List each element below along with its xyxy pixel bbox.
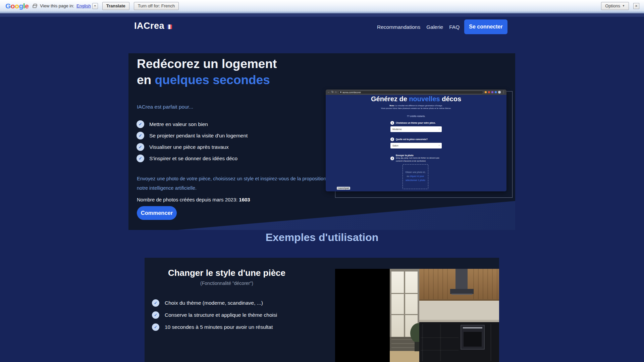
start-button[interactable]: Commencer [137,206,177,220]
list-item: ✓ S'inspirer et se donner des idées déco [137,155,248,162]
examples-section-title: Exemples d'utilisation [0,231,644,244]
browser-toolbar: ← ↻ ⌂ iacrea.com/decorer ⋮ [326,89,506,95]
screenshot-note: Note: Le résultat est différent à chaque… [326,104,506,110]
list-item: ✓ Mettre en valeur son bien [137,120,248,128]
check-icon: ✓ [152,311,159,319]
screenshot-title: Générez de nouvelles décos [326,95,506,103]
refresh-icon: ↻ [331,91,334,94]
chevron-down-icon: ▼ [94,5,96,7]
launchpad-badge: Launchpad [337,187,350,190]
lock-icon [340,92,341,93]
address-bar: iacrea.com/decorer [338,90,483,94]
site-logo[interactable]: IACrea [134,21,164,31]
extension-icon [485,91,487,93]
credits-remaining: 77 crédits restants. [326,115,506,117]
step-3: 3 Envoyer la photo (png, jpg, jpeg. Les … [390,154,442,162]
home-icon: ⌂ [335,91,337,94]
list-item: ✓ 10 secondes à 5 minutes pour avoir un … [152,323,277,331]
room-select: Salon ^ [390,143,442,148]
step-number-badge: 3 [390,157,394,160]
check-icon: ✓ [137,132,144,139]
main-nav: Recommandations Galerie FAQ [377,24,460,30]
hero-section: Redécorez un logement en quelques second… [128,53,515,230]
extension-icon [491,91,493,93]
caret-icon: ^ [439,144,440,147]
hero-title: Redécorez un logement en quelques second… [137,56,277,88]
list-item: ✓ Visualiser une pièce après travaux [137,143,248,151]
avatar [498,91,501,94]
lock-icon [33,5,37,8]
menu-dots-icon: ⋮ [502,91,505,94]
hero-title-highlight: quelques secondes [155,73,270,87]
google-translate-bar: Google View this page in: English ▼ Tran… [0,0,644,13]
french-flag-icon [167,24,172,29]
screenshot-page: Générez de nouvelles décos Note: Le résu… [326,95,506,191]
photo-counter-value: 1603 [239,197,250,202]
kitchen-photo [335,269,499,362]
google-logo: Google [5,2,29,10]
example-card-title: Changer le style d'une pièce [145,268,309,278]
close-icon[interactable]: × [633,3,639,9]
check-icon: ✓ [137,120,144,128]
theme-select: Moderne ^ [390,126,442,132]
list-item: ✓ Se projeter pendant la visite d'un log… [137,132,248,139]
example-card-subtitle: (Fonctionnalité "décorer") [145,281,309,286]
step-2: 2 Quelle est la pièce concernée? [390,137,442,141]
step-number-badge: 2 [390,137,394,141]
address-url: iacrea.com/decorer [342,91,361,94]
page: { "translate_bar": { "brand_letters": [ … [0,0,644,362]
language-dropdown-button[interactable]: ▼ [92,3,98,9]
photo-counter: Nombre de photos créées depuis mars 2023… [137,197,250,202]
example-card: Changer le style d'une pièce (Fonctionna… [145,258,499,362]
nav-item-recommandations[interactable]: Recommandations [377,24,420,30]
hero-checklist: ✓ Mettre en valeur son bien ✓ Se projete… [137,120,248,162]
translate-button[interactable]: Translate [102,2,129,10]
nav-item-faq[interactable]: FAQ [449,24,460,30]
extension-icon [495,91,497,93]
hero-description: Envoyez une photo de votre pièce, choisi… [137,174,333,193]
extension-icon [488,91,490,93]
screenshot-form: 1 Choisissez un thème pour votre pièce. … [390,121,442,189]
check-icon: ✓ [137,143,144,151]
hero-diagonal-wedge [128,200,515,230]
chevron-down-icon: ▼ [622,4,625,7]
list-item: ✓ Conserve la structure et applique le t… [152,311,277,319]
upload-dropzone: Glisser une photo ici, ou cliquez ici po… [402,164,428,189]
step-1: 1 Choisissez un thème pour votre pièce. [390,121,442,125]
login-button[interactable]: Se connecter [464,19,507,34]
list-item: ✓ Choix du thème (moderne, scandinave, .… [152,299,277,307]
step-number-badge: 1 [390,121,394,125]
hero-intro: IACrea est parfait pour... [137,104,193,110]
options-button[interactable]: Options ▼ [601,2,629,10]
nav-item-galerie[interactable]: Galerie [426,24,443,30]
language-link[interactable]: English [76,3,91,8]
back-icon: ← [327,91,330,94]
header-top-strip [0,13,644,17]
app-screenshot: ← ↻ ⌂ iacrea.com/decorer ⋮ Générez de no… [326,89,506,191]
caret-icon: ^ [439,128,440,130]
example-checklist: ✓ Choix du thème (moderne, scandinave, .… [152,299,277,331]
check-icon: ✓ [137,155,144,162]
check-icon: ✓ [152,323,159,331]
turn-off-button[interactable]: Turn off for: French [134,2,179,10]
view-page-label: View this page in: [40,3,74,8]
check-icon: ✓ [152,299,159,307]
